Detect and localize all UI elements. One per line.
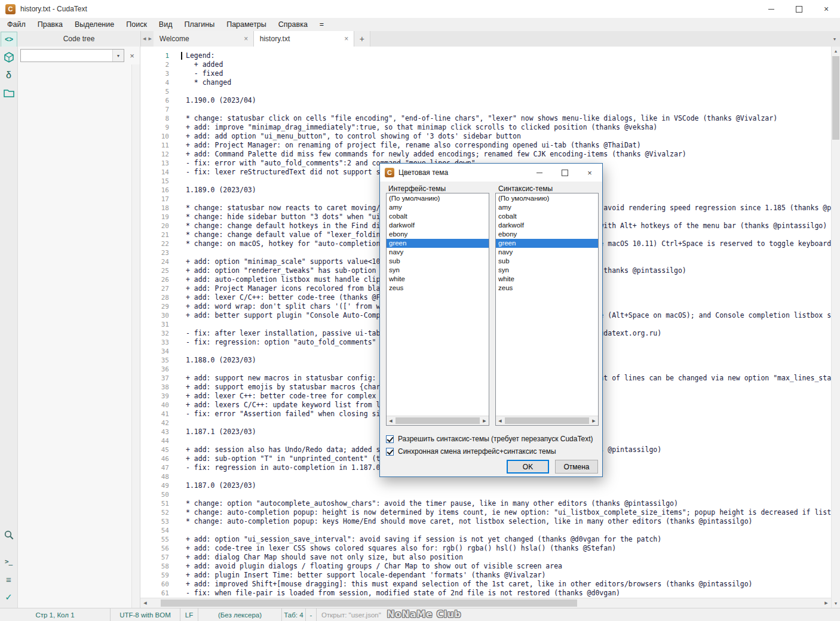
cancel-button[interactable]: Отмена <box>555 460 598 474</box>
theme-item-amy[interactable]: amy <box>387 203 489 212</box>
menu-item-Справка[interactable]: Справка <box>272 19 314 30</box>
code-line[interactable]: 56+ add: code-tree in lexer CSS shows co… <box>140 544 831 553</box>
code-line[interactable]: 10+ add: add option "ui_menu_button", to… <box>140 132 831 141</box>
checkbox-row[interactable]: Синхронная смена интерфейс+синтаксис тем… <box>386 447 556 456</box>
theme-item-white[interactable]: white <box>387 275 489 284</box>
theme-item-ebony[interactable]: ebony <box>496 230 598 239</box>
code-line[interactable]: 1Legend: <box>140 51 831 60</box>
tab-scroll-right-icon[interactable]: ▶ <box>148 36 151 41</box>
new-tab-button[interactable]: + <box>354 31 370 47</box>
hscroll-track[interactable] <box>150 598 821 608</box>
code-line[interactable]: 59+ add: plugin Insert Time: better supp… <box>140 571 831 580</box>
code-line[interactable]: 55+ add: option "ui_session_save_interva… <box>140 535 831 544</box>
tab-Welcome[interactable]: Welcome× <box>154 31 254 47</box>
theme-item-syn[interactable]: syn <box>496 266 598 275</box>
dialog-maximize-button[interactable] <box>552 164 577 182</box>
editor-hscrollbar[interactable]: ◀ ▶ <box>140 598 831 608</box>
checkbox[interactable] <box>386 448 394 456</box>
status-cell[interactable]: UTF-8 with BOM <box>111 608 180 621</box>
menu-item-Файл[interactable]: Файл <box>1 19 32 30</box>
code-line[interactable]: 58+ add: avoid plugin dialogs / floating… <box>140 562 831 571</box>
menu-item-Выделение[interactable]: Выделение <box>69 19 120 30</box>
listbox-hscroll-track[interactable] <box>395 416 480 425</box>
search-icon[interactable] <box>2 528 16 542</box>
status-cell[interactable]: - <box>306 608 317 621</box>
theme-item-sub[interactable]: sub <box>496 257 598 266</box>
code-line[interactable]: 57+ add: dialog Char Map should save not… <box>140 553 831 562</box>
theme-item-green[interactable]: green <box>496 239 598 248</box>
theme-item-syn[interactable]: syn <box>387 266 489 275</box>
theme-item-sub[interactable]: sub <box>387 257 489 266</box>
combo-dropdown-icon[interactable]: ▼ <box>112 50 124 62</box>
theme-item-green[interactable]: green <box>387 239 489 248</box>
code-line[interactable]: 2 + added <box>140 60 831 69</box>
code-line[interactable]: 11+ add: Project Manager: on renaming of… <box>140 141 831 150</box>
listbox-hscroll-track[interactable] <box>504 416 590 425</box>
folder-icon[interactable] <box>2 86 16 100</box>
code-line[interactable]: 12+ add: Command Palette did miss few co… <box>140 150 831 159</box>
scroll-left-icon[interactable]: ◀ <box>387 419 395 423</box>
scroll-up-icon[interactable]: ▲ <box>832 47 840 56</box>
code-tree-icon[interactable]: <> <box>1 32 17 47</box>
tab-close-icon[interactable]: × <box>241 35 251 43</box>
theme-item-navy[interactable]: navy <box>387 248 489 257</box>
panel-close-icon[interactable]: × <box>126 50 138 62</box>
listbox-hscrollbar[interactable]: ◀ ▶ <box>387 416 489 425</box>
code-line[interactable]: 7 <box>140 105 831 114</box>
theme-item-zeus[interactable]: zeus <box>496 284 598 293</box>
hscroll-thumb[interactable] <box>161 600 577 607</box>
menu-item-Вид[interactable]: Вид <box>153 19 179 30</box>
checkbox-row[interactable]: Разрешить синтаксис-темы (требует переза… <box>386 434 593 444</box>
theme-item-(По умолчанию)[interactable]: (По умолчанию) <box>496 194 598 203</box>
theme-item-navy[interactable]: navy <box>496 248 598 257</box>
theme-item-amy[interactable]: amy <box>496 203 598 212</box>
delta-icon[interactable]: δ <box>2 68 16 82</box>
code-line[interactable]: 5 <box>140 87 831 96</box>
close-button[interactable]: × <box>813 0 840 18</box>
code-line[interactable]: 50 <box>140 490 831 499</box>
package-icon[interactable] <box>2 50 16 64</box>
menu-item-Правка[interactable]: Правка <box>32 19 69 30</box>
status-cell[interactable]: (Без лексера) <box>198 608 282 621</box>
theme-item-ebony[interactable]: ebony <box>387 230 489 239</box>
dialog-minimize-button[interactable] <box>527 164 552 182</box>
status-cell[interactable]: Стр 1, Кол 1 <box>0 608 111 621</box>
scroll-right-icon[interactable]: ▶ <box>821 601 831 605</box>
code-line[interactable]: 51* change: option "autocomplete_autosho… <box>140 499 831 508</box>
theme-item-cobalt[interactable]: cobalt <box>496 212 598 221</box>
menu-item-=[interactable]: = <box>314 19 330 30</box>
scroll-right-icon[interactable]: ▶ <box>590 419 598 423</box>
syntax-theme-listbox[interactable]: (По умолчанию)amycobaltdarkwolfebonygree… <box>495 193 599 426</box>
tab-list-dropdown-icon[interactable]: ▼ <box>829 31 840 47</box>
scroll-left-icon[interactable]: ◀ <box>496 419 504 423</box>
tab-close-icon[interactable]: × <box>342 35 351 43</box>
listbox-hscroll-thumb[interactable] <box>396 417 480 424</box>
code-line[interactable]: 61- fix: when file-pair is loaded from s… <box>140 589 831 598</box>
theme-item-white[interactable]: white <box>496 275 598 284</box>
dialog-close-button[interactable]: × <box>577 164 602 182</box>
code-line[interactable]: 61.190.0 (2023/04) <box>140 96 831 105</box>
checkbox[interactable] <box>386 435 394 443</box>
code-line[interactable]: 54 <box>140 526 831 535</box>
validate-icon[interactable]: ✓ <box>2 590 16 604</box>
tab-scroll-left-icon[interactable]: ◀ <box>143 36 146 41</box>
theme-item-darkwolf[interactable]: darkwolf <box>496 221 598 230</box>
listbox-hscroll-thumb[interactable] <box>505 417 589 424</box>
theme-item-(По умолчанию)[interactable]: (По умолчанию) <box>387 194 489 203</box>
theme-item-zeus[interactable]: zeus <box>387 284 489 293</box>
code-line[interactable]: 3 - fixed <box>140 69 831 78</box>
ok-button[interactable]: OK <box>507 460 549 474</box>
scroll-left-icon[interactable]: ◀ <box>140 601 150 605</box>
code-line[interactable]: 491.187.0 (2023/03) <box>140 481 831 490</box>
console-icon[interactable]: >_ <box>2 554 16 568</box>
code-line[interactable]: 53* change: auto-completion popup: keys … <box>140 517 831 526</box>
scroll-right-icon[interactable]: ▶ <box>480 419 489 423</box>
status-cell[interactable]: LF <box>180 608 198 621</box>
menu-item-Поиск[interactable]: Поиск <box>120 19 153 30</box>
code-line[interactable]: 4 * changed <box>140 78 831 87</box>
maximize-button[interactable] <box>785 0 813 18</box>
code-line[interactable]: 8* change: statusbar click on cells "fil… <box>140 114 831 123</box>
menu-item-Параметры[interactable]: Параметры <box>220 19 272 30</box>
list-icon[interactable]: ≡ <box>2 572 16 586</box>
theme-item-cobalt[interactable]: cobalt <box>387 212 489 221</box>
